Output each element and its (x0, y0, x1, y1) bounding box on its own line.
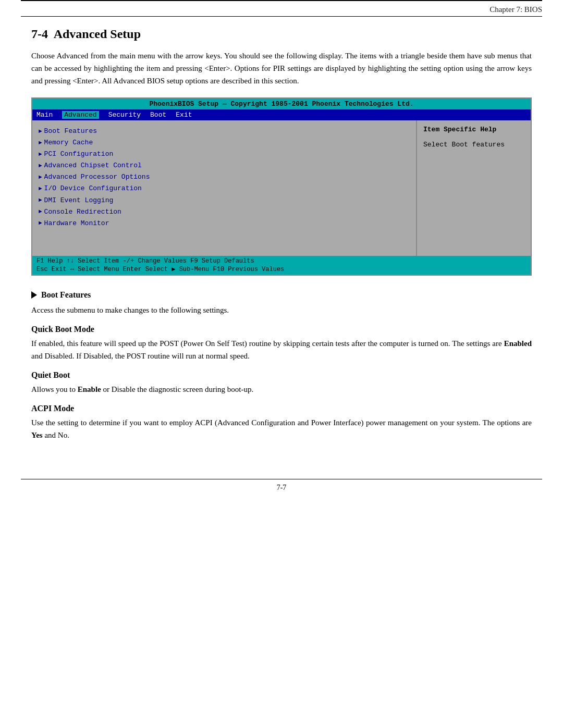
bios-entry-pci-config[interactable]: ► PCI Configuration (39, 149, 410, 160)
acpi-text1: Use the setting to determine if you want… (31, 418, 532, 427)
quiet-boot-text1: Allows you to (31, 385, 78, 393)
boot-features-intro: Access the submenu to make changes to th… (31, 304, 532, 316)
bios-footer-row2: Esc Exit ↔ Select Menu Enter Select ▶ Su… (36, 265, 527, 273)
quick-boot-bold1: Enabled (504, 339, 532, 348)
bios-menu-advanced[interactable]: Advanced (62, 111, 99, 119)
section-title: Advanced Setup (54, 27, 141, 41)
bios-title-bar: PhoenixBIOS Setup — Copyright 1985-2001 … (32, 98, 531, 109)
bios-entry-label-pci-config: PCI Configuration (44, 149, 114, 160)
bios-help-text: Select Boot features (423, 140, 524, 150)
bios-entry-label-io-device: I/O Device Configuration (44, 183, 142, 194)
intro-paragraph: Choose Advanced from the main menu with … (31, 50, 532, 87)
boot-features-heading: Boot Features (31, 290, 532, 300)
bios-entry-label-boot-features: Boot Features (44, 126, 97, 137)
bios-entry-memory-cache[interactable]: ► Memory Cache (39, 137, 410, 149)
bios-help-title: Item Specific Help (423, 126, 524, 133)
arrow-icon-pci-config: ► (39, 150, 42, 159)
bios-entry-adv-chipset[interactable]: ► Advanced Chipset Control (39, 160, 410, 171)
section-heading: 7-4 Advanced Setup (31, 27, 532, 41)
bios-footer-text2: Esc Exit ↔ Select Menu Enter Select ▶ Su… (36, 265, 284, 273)
bios-menu-security[interactable]: Security (108, 111, 141, 119)
bottom-rule (21, 479, 542, 479)
chapter-header: Chapter 7: BIOS (0, 1, 563, 16)
bios-entry-label-hw-monitor: Hardware Monitor (44, 218, 109, 229)
bios-entry-adv-processor[interactable]: ► Advanced Processor Options (39, 171, 410, 183)
arrow-icon-io-device: ► (39, 184, 42, 194)
bios-entry-label-memory-cache: Memory Cache (44, 137, 93, 149)
bios-menu-main[interactable]: Main (36, 111, 53, 119)
arrow-icon-boot-features: ► (39, 127, 42, 137)
quick-boot-mode-text: If enabled, this feature will speed up t… (31, 337, 532, 362)
bios-entry-io-device[interactable]: ► I/O Device Configuration (39, 183, 410, 194)
bios-entry-label-adv-chipset: Advanced Chipset Control (44, 160, 142, 171)
acpi-bold1: Yes (31, 431, 43, 439)
chapter-rule (21, 16, 542, 17)
bios-right-panel: Item Specific Help Select Boot features (416, 120, 531, 256)
acpi-mode-heading: ACPI Mode (31, 404, 532, 413)
boot-features-label: Boot Features (41, 290, 91, 300)
quick-boot-mode-heading: Quick Boot Mode (31, 325, 532, 334)
quick-boot-text2: and Disabled. If Disabled, the POST rout… (31, 352, 250, 360)
bios-entry-label-adv-processor: Advanced Processor Options (44, 171, 150, 183)
arrow-icon-adv-processor: ► (39, 172, 42, 182)
acpi-mode-text: Use the setting to determine if you want… (31, 416, 532, 441)
quiet-boot-text: Allows you to Enable or Disable the diag… (31, 383, 532, 396)
bios-menu-exit[interactable]: Exit (176, 111, 192, 119)
bios-menu-bar: Main Advanced Security Boot Exit (32, 109, 531, 120)
arrow-icon-dmi-event: ► (39, 195, 42, 205)
acpi-text2: and No. (43, 431, 69, 439)
bios-entry-boot-features[interactable]: ► Boot Features (39, 126, 410, 137)
quiet-boot-text2: or Disable the diagnostic screen during … (101, 385, 253, 393)
bios-entry-hw-monitor[interactable]: ► Hardware Monitor (39, 218, 410, 229)
section-number: 7-4 (31, 27, 48, 41)
arrow-icon-console-redirect: ► (39, 207, 42, 217)
bios-footer: F1 Help ↑↓ Select Item -/+ Change Values… (32, 256, 531, 275)
bios-footer-row1: F1 Help ↑↓ Select Item -/+ Change Values… (36, 257, 527, 265)
arrow-icon-memory-cache: ► (39, 138, 42, 148)
quick-boot-text1: If enabled, this feature will speed up t… (31, 339, 504, 348)
arrow-icon-hw-monitor: ► (39, 218, 42, 228)
bios-entry-dmi-event[interactable]: ► DMI Event Logging (39, 195, 410, 206)
bios-entry-console-redirect[interactable]: ► Console Redirection (39, 206, 410, 218)
page-number: 7-7 (0, 484, 563, 500)
main-content: 7-4 Advanced Setup Choose Advanced from … (0, 27, 563, 466)
bios-entry-label-console-redirect: Console Redirection (44, 206, 121, 218)
triangle-icon-boot-features (31, 291, 37, 299)
bios-screen: PhoenixBIOS Setup — Copyright 1985-2001 … (31, 97, 532, 276)
bios-body: ► Boot Features ► Memory Cache ► PCI Con… (32, 120, 531, 256)
quiet-boot-bold1: Enable (78, 385, 101, 393)
quiet-boot-heading: Quiet Boot (31, 371, 532, 380)
chapter-label: Chapter 7: BIOS (489, 5, 542, 14)
arrow-icon-adv-chipset: ► (39, 161, 42, 171)
bios-footer-text1: F1 Help ↑↓ Select Item -/+ Change Values… (36, 257, 254, 265)
bios-menu-boot[interactable]: Boot (150, 111, 166, 119)
bios-entry-label-dmi-event: DMI Event Logging (44, 195, 114, 206)
bios-left-panel: ► Boot Features ► Memory Cache ► PCI Con… (32, 120, 416, 256)
